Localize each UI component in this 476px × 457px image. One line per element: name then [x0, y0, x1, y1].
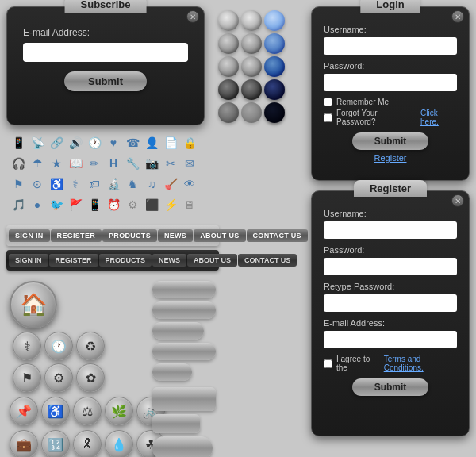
round-btn-settings[interactable]: ⚙	[44, 363, 73, 392]
forgot-checkbox[interactable]	[324, 113, 332, 122]
subscribe-close-button[interactable]: ✕	[186, 10, 199, 23]
register-email-input[interactable]	[324, 331, 457, 348]
round-btn-clock[interactable]: 🕐	[44, 332, 73, 360]
nav-light-products[interactable]: PRODUCTS	[102, 229, 157, 242]
ball-darkgray-2[interactable]	[241, 79, 262, 100]
icon-note: 🎵	[10, 196, 27, 213]
icon-bird: 🐦	[48, 196, 65, 213]
nav-light-register[interactable]: REGISTER	[51, 229, 102, 242]
round-btn-leaf[interactable]: 🌿	[105, 397, 133, 425]
register-submit-button[interactable]: Submit	[352, 378, 429, 396]
login-submit-button[interactable]: Submit	[352, 132, 429, 150]
balls-row-4	[218, 79, 290, 100]
round-btn-medical[interactable]: ⚕	[13, 332, 41, 360]
icon-pen: ✏	[86, 155, 103, 172]
balls-area	[214, 6, 294, 127]
terms-text: I agree to the	[336, 355, 380, 372]
icon-music: ♫	[143, 175, 160, 193]
icon-flag2: 🚩	[67, 196, 84, 213]
register-panel: Register ✕ Username: Password: Retype Pa…	[311, 190, 470, 436]
round-btn-scale[interactable]: ⚖	[73, 397, 102, 425]
terms-link[interactable]: Terms and Conditions.	[384, 355, 457, 372]
subscribe-submit-button[interactable]: Submit	[64, 71, 147, 91]
ball-gray-3[interactable]	[218, 56, 239, 77]
login-password-input[interactable]	[324, 74, 457, 91]
login-title: Login	[360, 0, 420, 13]
subscribe-title: Subscribe	[65, 0, 147, 13]
email-input[interactable]	[23, 43, 188, 62]
terms-row: I agree to the Terms and Conditions.	[324, 355, 457, 372]
round-btn-calc[interactable]: 🔢	[41, 430, 70, 457]
icon-phone2: ☎	[124, 134, 141, 152]
icon-flag: ⚑	[10, 175, 27, 193]
terms-checkbox[interactable]	[324, 359, 332, 368]
icon-book: 📖	[67, 155, 84, 172]
email-label: E-mail Address:	[23, 27, 188, 38]
icon-gear: ⚙	[124, 196, 141, 213]
icon-lock: 🔒	[181, 134, 198, 152]
icon-person: 👤	[143, 134, 160, 152]
login-close-button[interactable]: ✕	[451, 10, 464, 23]
ui-rect-2[interactable]	[152, 414, 200, 433]
nav-dark-products[interactable]: PRODUCTS	[99, 254, 152, 267]
nav-dark-news[interactable]: NEWS	[152, 254, 186, 267]
ui-rect-1[interactable]	[152, 387, 216, 411]
register-retype-label: Retype Password:	[324, 282, 457, 291]
ball-navy-1[interactable]	[264, 79, 285, 100]
icon-sound: 🔊	[67, 134, 84, 152]
round-btn-recycle[interactable]: ♻	[76, 332, 105, 360]
round-btn-flower[interactable]: ✿	[76, 363, 105, 392]
ui-bar-2[interactable]	[152, 301, 216, 319]
register-password-input[interactable]	[324, 258, 457, 275]
balls-row-1	[218, 10, 290, 31]
icon-tablet: 📱	[86, 196, 103, 213]
nav-light-contact[interactable]: CONTACT US	[247, 229, 308, 242]
login-username-input[interactable]	[324, 37, 457, 55]
ball-bluedark-1[interactable]	[264, 56, 285, 77]
register-retype-input[interactable]	[324, 294, 457, 312]
round-btn-ribbon[interactable]: 🎗	[73, 430, 102, 457]
nav-dark-register[interactable]: REGISTER	[49, 254, 98, 267]
forgot-label: Forgot Your Password?	[336, 109, 416, 126]
ball-darkgray-4[interactable]	[241, 102, 262, 123]
ball-darkgray-3[interactable]	[218, 102, 239, 123]
register-username-input[interactable]	[324, 221, 457, 239]
login-register-link[interactable]: Register	[374, 153, 407, 163]
icon-doc: 📄	[162, 134, 179, 152]
icon-microscope: 🔬	[105, 175, 122, 193]
icon-headphone: 🎧	[10, 155, 27, 172]
nav-dark-about[interactable]: ABOUT US	[187, 254, 237, 267]
nav-light-news[interactable]: NEWS	[158, 229, 193, 242]
nav-dark-signin[interactable]: SIGN IN	[9, 254, 48, 267]
ball-navy-2[interactable]	[264, 102, 285, 123]
ui-bar-1[interactable]	[152, 281, 216, 298]
ui-bar-5[interactable]	[152, 363, 192, 381]
round-btn-wheelchair[interactable]: ♿	[41, 397, 70, 425]
ui-bar-3[interactable]	[152, 322, 204, 340]
ball-lightgray-2[interactable]	[241, 10, 262, 31]
ball-darkgray-1[interactable]	[218, 79, 239, 100]
ball-bluemid-1[interactable]	[264, 33, 285, 54]
ui-bubble-1[interactable]	[152, 436, 213, 457]
ui-elements-area	[149, 278, 221, 457]
icon-scissors: ✂	[162, 155, 179, 172]
nav-light-signin[interactable]: SIGN IN	[9, 229, 50, 242]
remember-row: Remember Me	[324, 98, 457, 106]
round-btn-briefcase[interactable]: 💼	[10, 430, 38, 457]
remember-checkbox[interactable]	[324, 98, 332, 106]
ball-bluelight-1[interactable]	[264, 10, 285, 31]
ball-gray-1[interactable]	[218, 33, 239, 54]
round-btn-home[interactable]: 🏠	[10, 281, 57, 328]
login-panel: Login ✕ Username: Password: Remember Me …	[311, 6, 470, 181]
ball-gray-2[interactable]	[241, 33, 262, 54]
round-btn-drop[interactable]: 💧	[105, 430, 133, 457]
ui-bar-4[interactable]	[152, 343, 216, 360]
ball-lightgray-1[interactable]	[218, 10, 239, 31]
register-close-button[interactable]: ✕	[451, 194, 464, 207]
nav-light-about[interactable]: ABOUT US	[194, 229, 245, 242]
round-btn-pin[interactable]: 📌	[10, 397, 38, 425]
round-btn-flag[interactable]: ⚑	[13, 363, 41, 392]
ball-gray-4[interactable]	[241, 56, 262, 77]
nav-dark-contact[interactable]: CONTACT US	[238, 254, 297, 267]
click-here-link[interactable]: Click here.	[420, 109, 457, 126]
